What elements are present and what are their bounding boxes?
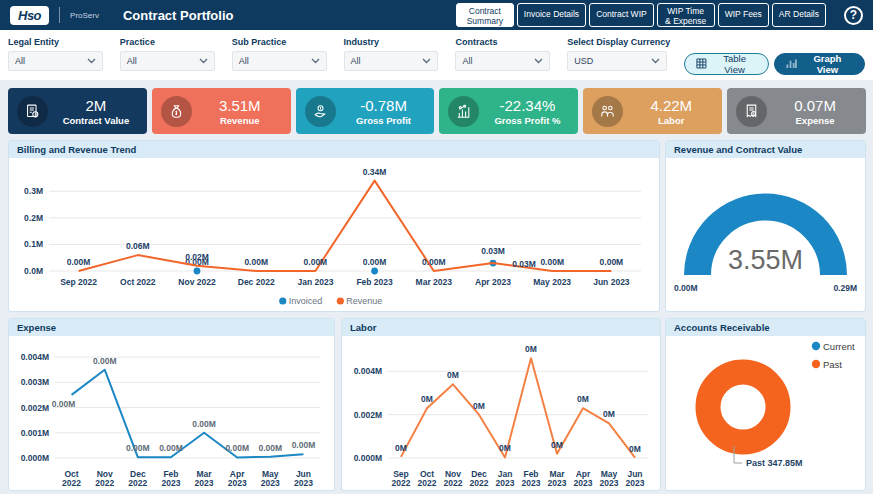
svg-text:0.001M: 0.001M [21,428,49,438]
panel-title: Accounts Receivable [666,319,865,336]
labor-panel: Labor 0.000M0.002M0.004MSep2022Oct2022No… [341,318,661,491]
currency-dropdown[interactable]: USD [567,51,667,71]
svg-text:0.34M: 0.34M [363,167,387,177]
svg-text:2023: 2023 [574,478,593,488]
svg-text:0M: 0M [447,370,459,380]
svg-text:0.000M: 0.000M [21,453,49,463]
kpi-gross-profit-pct[interactable]: -22.34% Gross Profit % [439,88,578,134]
chevron-down-icon [534,58,543,64]
svg-text:0.06M: 0.06M [126,241,150,251]
svg-text:Past 347.85M: Past 347.85M [746,458,803,468]
kpi-gross-profit[interactable]: -0.78M Gross Profit [296,88,435,134]
svg-text:0.0M: 0.0M [24,266,43,276]
kpi-label: Contract Value [54,115,138,126]
svg-text:0.00M: 0.00M [600,257,624,267]
svg-text:0M: 0M [577,394,589,404]
svg-text:0.000M: 0.000M [354,453,382,463]
kpi-value: 3.51M [198,97,282,114]
table-view-label: Table View [712,53,757,75]
svg-text:0M: 0M [525,344,537,354]
svg-text:2023: 2023 [161,478,180,488]
receipt-icon [736,96,767,127]
report-tabs: Contract Summary Invoice Details Contrac… [456,3,826,27]
filter-legal-entity: Legal Entity All [8,35,103,80]
kpi-row: 2M Contract Value 3.51M Revenue -0.78M G… [8,88,866,134]
billing-revenue-trend-chart[interactable]: 0.0M0.1M0.2M0.3MSep 2022Oct 2022Nov 2022… [9,158,659,311]
svg-text:0.00M: 0.00M [67,257,91,267]
svg-text:2023: 2023 [522,478,541,488]
svg-text:0.00M: 0.00M [192,419,216,429]
svg-text:0.00M: 0.00M [244,257,268,267]
dropdown-value: USD [574,56,593,66]
panel-title: Revenue and Contract Value [666,141,865,158]
svg-text:0.002M: 0.002M [354,410,382,420]
top-bar: Hso ProServ Contract Portfolio Contract … [0,0,873,30]
filter-label: Legal Entity [8,37,103,47]
svg-text:0.00M: 0.00M [159,443,183,453]
industry-dropdown[interactable]: All [344,51,439,71]
filter-industry: Industry All [344,35,439,80]
kpi-text: 4.22M Labor [629,97,713,126]
bar-chart-icon [786,58,797,69]
filter-practice: Practice All [120,35,215,80]
svg-text:0.03M: 0.03M [512,259,536,269]
svg-text:2022: 2022 [95,478,114,488]
filter-contracts: Contracts All [455,35,550,80]
tab-ar-details[interactable]: AR Details [772,3,826,27]
kpi-text: 0.07M Expense [773,97,857,126]
suite-name: ProServ [70,11,99,20]
panel-title: Expense [9,319,334,336]
tab-wip-fees[interactable]: WIP Fees [718,3,769,27]
svg-text:2023: 2023 [548,478,567,488]
accounts-receivable-donut[interactable]: CurrentPastPast 347.85M [666,336,865,490]
expense-chart[interactable]: 0.000M0.001M0.002M0.003M0.004MOct2022Nov… [9,336,334,490]
table-view-button[interactable]: Table View [684,53,769,75]
tab-contract-wip[interactable]: Contract WIP [589,3,654,27]
tab-contract-summary[interactable]: Contract Summary [456,3,514,27]
svg-text:0.00M: 0.00M [225,443,249,453]
help-icon[interactable]: ? [844,6,863,25]
filter-label: Industry [344,37,439,47]
sub-practice-dropdown[interactable]: All [232,51,327,71]
svg-text:3.55M: 3.55M [728,245,803,275]
dropdown-value: All [462,56,472,66]
svg-text:May 2023: May 2023 [533,277,571,287]
money-bag-icon [161,96,192,127]
kpi-label: Gross Profit % [485,115,569,126]
kpi-text: 3.51M Revenue [198,97,282,126]
filter-sub-practice: Sub Practice All [232,35,327,80]
svg-text:Revenue: Revenue [346,296,382,306]
kpi-label: Expense [773,115,857,126]
kpi-contract-value[interactable]: 2M Contract Value [8,88,147,134]
svg-text:0M: 0M [603,409,615,419]
svg-text:Sep 2022: Sep 2022 [60,277,97,287]
legal-entity-dropdown[interactable]: All [8,51,103,71]
svg-text:Jan 2023: Jan 2023 [297,277,333,287]
hso-logo: Hso [10,6,49,25]
labor-chart[interactable]: 0.000M0.002M0.004MSep2022Oct2022Nov2022D… [342,336,660,490]
contracts-dropdown[interactable]: All [455,51,550,71]
svg-text:2023: 2023 [294,478,313,488]
practice-dropdown[interactable]: All [120,51,215,71]
hand-coin-icon [305,96,336,127]
tab-wip-time-expense[interactable]: WIP Time & Expense [657,3,715,27]
svg-text:Apr 2023: Apr 2023 [475,277,511,287]
svg-text:2022: 2022 [62,478,81,488]
svg-text:0.3M: 0.3M [24,186,43,196]
revenue-contract-value-gauge[interactable]: 3.55M0.00M0.29M [666,158,865,311]
svg-text:Invoiced: Invoiced [289,296,323,306]
svg-text:Current: Current [823,341,855,352]
tab-invoice-details[interactable]: Invoice Details [517,3,586,27]
svg-text:0.03M: 0.03M [481,246,505,256]
svg-text:2023: 2023 [228,478,247,488]
contract-icon [17,96,48,127]
filter-label: Select Display Currency [567,37,667,47]
svg-text:0.00M: 0.00M [93,356,117,366]
svg-text:2023: 2023 [496,478,515,488]
kpi-revenue[interactable]: 3.51M Revenue [152,88,291,134]
kpi-expense[interactable]: 0.07M Expense [727,88,866,134]
graph-view-button[interactable]: Graph View [774,53,865,75]
kpi-labor[interactable]: 4.22M Labor [583,88,722,134]
svg-text:0.02M: 0.02M [185,252,209,262]
svg-text:Dec 2022: Dec 2022 [238,277,275,287]
